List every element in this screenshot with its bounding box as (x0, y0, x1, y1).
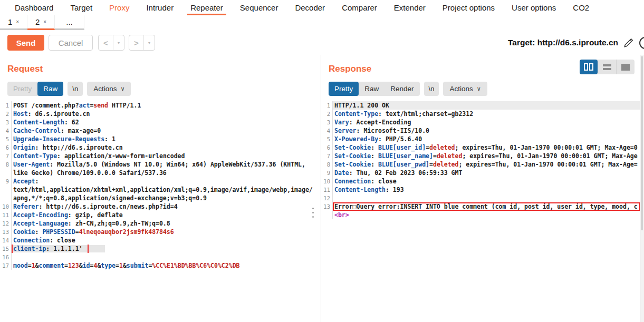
code-line: 14Connection: close (0, 236, 321, 245)
back-dropdown-icon[interactable]: ▾ (113, 35, 124, 50)
line-number (0, 194, 12, 202)
forward-dropdown-icon[interactable]: ▾ (143, 35, 155, 50)
menu-item-target[interactable]: Target (62, 0, 101, 15)
send-button[interactable]: Send (7, 35, 44, 51)
code-text: Accept-Encoding: gzip, deflate (12, 211, 321, 219)
menu-item-decoder[interactable]: Decoder (286, 0, 333, 15)
cancel-button[interactable]: Cancel (49, 35, 93, 51)
line-number: 5 (321, 135, 333, 143)
close-tab-icon[interactable]: × (43, 19, 46, 25)
menu-item-intruder[interactable]: Intruder (138, 0, 182, 15)
menu-item-project-options[interactable]: Project options (434, 0, 503, 15)
request-tab-pretty[interactable]: Pretty (7, 82, 37, 96)
code-line: 9Date: Thu, 02 Feb 2023 06:59:33 GMT (321, 169, 640, 177)
line-number: 8 (0, 160, 12, 169)
request-editor[interactable]: 1POST /comment.php?act=send HTTP/1.12Hos… (0, 100, 321, 322)
code-text: <br> (333, 211, 640, 219)
tab-label: 1 (8, 17, 12, 26)
highlight-region: client-ip: 1.1.1.1' (13, 245, 105, 252)
code-text: Host: d6.s.iproute.cn (12, 110, 321, 118)
request-tab-raw[interactable]: Raw (37, 82, 63, 96)
single-layout-button[interactable] (616, 60, 635, 74)
code-text: HTTP/1.1 200 OK (333, 101, 640, 110)
close-tab-icon[interactable]: × (16, 19, 19, 25)
request-view-bar: Pretty Raw \n Actions ∨ (7, 82, 131, 96)
code-line: 8User-Agent: Mozilla/5.0 (Windows NT 10.… (0, 160, 321, 169)
code-line: 9Accept: (0, 177, 321, 186)
line-number: 3 (0, 118, 12, 126)
line-number: 4 (0, 126, 12, 135)
code-line: apng,*/*;q=0.8,application/signed-exchan… (0, 194, 321, 202)
vertical-scrollbar[interactable] (640, 55, 644, 322)
code-text: mood=1&comment=123&id=4&type=1&submit=%C… (12, 261, 321, 270)
code-line: 8Set-Cookie: BLUE[user_pwd]=deleted; exp… (321, 160, 640, 169)
response-tab-pretty[interactable]: Pretty (329, 82, 359, 96)
code-text: Connection: close (333, 177, 640, 186)
menu-item-dashboard[interactable]: Dashboard (6, 0, 62, 15)
line-number (0, 169, 12, 177)
code-line: 10Referer: http://d6.s.iproute.cn/news.p… (0, 202, 321, 211)
line-number: 2 (0, 110, 12, 118)
history-back-button[interactable]: < ▾ (98, 35, 124, 51)
request-newline-toggle[interactable]: \n (68, 82, 83, 96)
response-editor[interactable]: 1HTTP/1.1 200 OK2Content-Type: text/html… (321, 100, 640, 322)
columns-layout-icon (584, 63, 593, 71)
code-line: text/html,application/xhtml+xml,applicat… (0, 186, 321, 194)
repeater-tab-more[interactable]: ... (55, 15, 84, 30)
code-text: User-Agent: Mozilla/5.0 (Windows NT 10.0… (12, 160, 321, 169)
columns-layout-button[interactable] (580, 60, 598, 74)
code-text: Referer: http://d6.s.iproute.cn/news.php… (12, 202, 321, 211)
code-line: 5X-Powered-By: PHP/5.6.40 (321, 135, 640, 143)
menu-item-extender[interactable]: Extender (386, 0, 434, 15)
repeater-toolbar: Send Cancel < ▾ > ▾ Target: http://d6.s.… (0, 30, 644, 56)
code-text: text/html,application/xhtml+xml,applicat… (12, 186, 321, 194)
line-number: 6 (0, 143, 12, 152)
code-line: 10Connection: close (321, 177, 640, 186)
code-text: client-ip: 1.1.1.1' (12, 245, 321, 253)
rows-layout-icon (603, 64, 611, 70)
forward-arrow-icon: > (129, 38, 143, 47)
response-tab-render[interactable]: Render (385, 82, 419, 96)
code-line: 3Content-Length: 62 (0, 118, 321, 126)
code-line: 13Error□Query error:INSERT INTO blue_com… (321, 202, 640, 211)
menu-item-co2[interactable]: CO2 (564, 0, 598, 15)
menu-item-user-options[interactable]: User options (503, 0, 564, 15)
code-text: Content-Type: text/html;charset=gb2312 (333, 110, 640, 118)
menu-item-repeater[interactable]: Repeater (182, 0, 232, 15)
code-line: 5Upgrade-Insecure-Requests: 1 (0, 135, 321, 143)
line-number: 15 (0, 245, 12, 253)
code-text: Vary: Accept-Encoding (333, 118, 640, 126)
code-line: 11Accept-Encoding: gzip, deflate (0, 211, 321, 219)
code-text: Set-Cookie: BLUE[user_id]=deleted; expir… (333, 143, 640, 152)
chevron-down-icon: ∨ (120, 85, 124, 92)
circle-icon[interactable] (639, 37, 644, 49)
annotation-box: client-ip: 1.1.1.1' (13, 245, 87, 252)
response-tab-raw[interactable]: Raw (359, 82, 385, 96)
response-title: Response (329, 64, 371, 74)
code-text: Content-Type: application/x-www-form-url… (12, 152, 321, 160)
response-newline-toggle[interactable]: \n (424, 82, 439, 96)
panel-divider-handle[interactable] (312, 208, 314, 218)
menu-item-sequencer[interactable]: Sequencer (232, 0, 287, 15)
rows-layout-button[interactable] (598, 60, 616, 74)
actions-label: Actions (93, 85, 117, 93)
edit-target-icon[interactable] (623, 37, 635, 48)
main-menu-bar: Dashboard Target Proxy Intruder Repeater… (0, 0, 644, 16)
menu-item-comparer[interactable]: Comparer (333, 0, 386, 15)
burp-repeater-window: Dashboard Target Proxy Intruder Repeater… (0, 0, 644, 322)
repeater-tab-2[interactable]: 2 × (27, 15, 55, 30)
code-text (12, 253, 321, 261)
code-line: 7Content-Type: application/x-www-form-ur… (0, 152, 321, 160)
code-text: Cache-Control: max-age=0 (12, 126, 321, 135)
code-line: 1HTTP/1.1 200 OK (321, 101, 640, 110)
history-forward-button[interactable]: > ▾ (129, 35, 155, 51)
request-actions-button[interactable]: Actions ∨ (87, 82, 131, 96)
response-actions-button[interactable]: Actions ∨ (443, 82, 487, 96)
code-text: Set-Cookie: BLUE[user_pwd]=deleted; expi… (333, 160, 640, 169)
code-line: 2Host: d6.s.iproute.cn (0, 110, 321, 118)
code-text: X-Powered-By: PHP/5.6.40 (333, 135, 640, 143)
scrollbar-thumb[interactable] (641, 56, 643, 230)
line-number: 1 (321, 101, 333, 110)
menu-item-proxy[interactable]: Proxy (101, 0, 138, 15)
repeater-tab-1[interactable]: 1 × (0, 15, 27, 30)
